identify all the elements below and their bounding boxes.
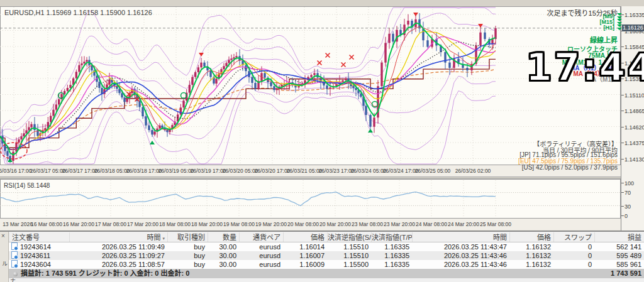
price-axis-label: 1.14130 — [625, 156, 644, 163]
rsi-time-label: 19 Mar 20:00 — [255, 221, 287, 227]
summary-ball-icon — [13, 272, 18, 276]
rsi-time-label: 16 Mar 08:00 — [31, 221, 62, 227]
column-header-取引種別[interactable]: 取引種別 — [167, 232, 208, 242]
cell-価格: 1.16132 — [509, 260, 553, 269]
time-axis-main[interactable]: 26/03/16 17:0026/03/17 05:0026/03/17 17:… — [0, 165, 621, 176]
profit-summary-label: 損益計: 1 743 591 クレジット計: 0 入金計: 0 出金計: 0 — [9, 269, 569, 278]
order-doc-icon — [11, 251, 18, 259]
rsi-time-label: 13 Mar 2026 — [3, 221, 33, 227]
time-label: 26/03/21 05:00 — [287, 168, 323, 174]
cell-注文番号: 19243614 — [9, 242, 69, 251]
price-tick — [621, 159, 624, 160]
cell-価格: 1.16009 — [283, 260, 327, 269]
price-axis-label: 1.15600 — [625, 60, 644, 67]
order-row[interactable]: 192436142026.03.25 11:09:49buy30.00eurus… — [9, 242, 644, 251]
rsi-time-label: 24 Mar 20:00 — [448, 221, 479, 227]
price-axis[interactable]: 1.163351.160901.158451.156001.153551.151… — [621, 6, 644, 230]
rsi-time-label: 23 Mar 08:00 — [352, 221, 383, 227]
cell-決済指値(T/P): 1.16335 — [371, 242, 412, 251]
rsi-time-label: 16 Mar 20:00 — [63, 221, 94, 227]
rsi-chart[interactable] — [0, 179, 621, 219]
profit-summary-total: 1 743 591 — [569, 269, 644, 278]
column-header-通貨ペア[interactable]: 通貨ペア — [239, 232, 283, 242]
cell-スワップ: 0 — [553, 251, 594, 260]
price-tick — [621, 95, 624, 95]
rsi-time-label: 17 Mar 08:00 — [95, 221, 126, 227]
order-row[interactable]: 192436112026.03.25 11:09:27buy30.00eurus… — [9, 251, 644, 260]
price-tick — [621, 111, 624, 111]
order-doc-icon — [11, 242, 18, 250]
cell-注文番号: 19243611 — [9, 251, 69, 260]
price-tick — [621, 127, 624, 127]
cell-決済逆指値(S/L): 1.15500 — [327, 260, 371, 269]
cell-損益: 595 489 — [594, 251, 644, 260]
time-axis-rsi[interactable]: 13 Mar 202616 Mar 08:0016 Mar 20:0017 Ma… — [0, 219, 621, 230]
cell-時間: 2026.03.25 11:43:47 — [412, 242, 509, 251]
column-header-決済指値(T/P)[interactable]: 決済指値(T/P) — [371, 232, 412, 242]
time-label: 26/03/26 02:00 — [455, 168, 491, 174]
rsi-axis-label: 100 — [625, 180, 634, 187]
order-row[interactable]: 192436042026.03.25 11:08:57buy30.00eurus… — [9, 260, 644, 269]
terminal-panel: × ターミナル 注文番号時間▾取引種別数量通貨ペア価格決済逆指値(S/L)決済指… — [0, 230, 644, 282]
rsi-axis-label: 30 — [625, 203, 631, 210]
rsi-tick — [621, 192, 624, 193]
cell-数量: 30.00 — [208, 242, 239, 251]
column-header-損益[interactable]: 損益 — [594, 232, 644, 242]
current-price-badge: 1.16126 — [622, 24, 644, 31]
cell-通貨ペア: eurusd — [239, 242, 283, 251]
column-header-決済逆指値(S/L)[interactable]: 決済逆指値(S/L) — [327, 232, 371, 242]
column-header-時間[interactable]: 時間 — [412, 232, 509, 242]
cell-取引種別: buy — [167, 260, 208, 269]
rsi-tick — [621, 206, 624, 207]
cell-決済指値(T/P): 1.16335 — [371, 260, 412, 269]
time-label: 26/03/18 17:00 — [126, 168, 162, 174]
cell-スワップ: 0 — [553, 260, 594, 269]
cell-決済逆指値(S/L): 1.15510 — [327, 242, 371, 251]
column-header-価格[interactable]: 価格 — [509, 232, 553, 242]
cell-価格: 1.16014 — [283, 242, 327, 251]
price-axis-label: 1.16335 — [625, 12, 644, 18]
price-axis-label: 1.14375 — [625, 140, 644, 146]
time-label: 26/03/23 17:00 — [319, 168, 355, 174]
order-doc-icon — [11, 260, 18, 268]
rsi-tick — [621, 215, 624, 216]
time-label: 26/03/18 05:00 — [94, 168, 130, 174]
column-header-価格[interactable]: 価格 — [283, 232, 327, 242]
cell-価格: 1.16007 — [283, 251, 327, 260]
price-tick — [621, 79, 624, 79]
rsi-time-label: 19 Mar 08:00 — [223, 221, 255, 227]
time-label: 26/03/19 17:00 — [191, 168, 226, 174]
time-label: 26/03/16 17:00 — [0, 168, 31, 174]
column-header-スワップ[interactable]: スワップ — [553, 232, 594, 242]
cell-時間: 2026.03.25 11:08:57 — [69, 260, 167, 269]
column-header-数量[interactable]: 数量 — [208, 232, 239, 242]
time-label: 26/03/24 17:00 — [383, 168, 419, 174]
cell-損益: 562 141 — [594, 242, 644, 251]
column-header-注文番号[interactable]: 注文番号 — [9, 232, 69, 242]
terminal-close-button[interactable]: × — [1, 233, 5, 239]
cell-数量: 30.00 — [208, 251, 239, 260]
profit-summary-row: 損益計: 1 743 591 クレジット計: 0 入金計: 0 出金計: 0 1… — [9, 269, 644, 278]
rsi-axis-label: 70 — [625, 190, 631, 196]
time-label: 26/03/19 05:00 — [158, 168, 194, 174]
cell-通貨ペア: eurusd — [239, 260, 283, 269]
price-tick — [621, 143, 624, 143]
main-chart[interactable] — [0, 6, 621, 165]
rsi-time-label: 23 Mar 20:00 — [384, 221, 415, 227]
rsi-line — [0, 192, 496, 206]
cell-損益: 585 961 — [594, 260, 644, 269]
price-axis-label: 1.15110 — [625, 92, 644, 99]
price-tick — [621, 63, 624, 63]
rsi-time-label: 24 Mar 08:00 — [416, 221, 447, 227]
cell-時間: 2026.03.25 11:43:46 — [412, 260, 509, 269]
rsi-time-label: 20 Mar 20:00 — [319, 221, 351, 227]
cell-価格: 1.16132 — [509, 251, 553, 260]
cell-決済指値(T/P): 1.16335 — [371, 251, 412, 260]
cell-数量: 30.00 — [208, 260, 239, 269]
cell-通貨ペア: eurusd — [239, 251, 283, 260]
rsi-time-label: 18 Mar 20:00 — [191, 221, 223, 227]
price-axis-label: 1.14865 — [625, 108, 644, 114]
price-axis-label: 1.15355 — [625, 76, 644, 82]
price-axis-label: 1.15845 — [625, 44, 644, 50]
column-header-時間[interactable]: 時間▾ — [69, 232, 167, 242]
